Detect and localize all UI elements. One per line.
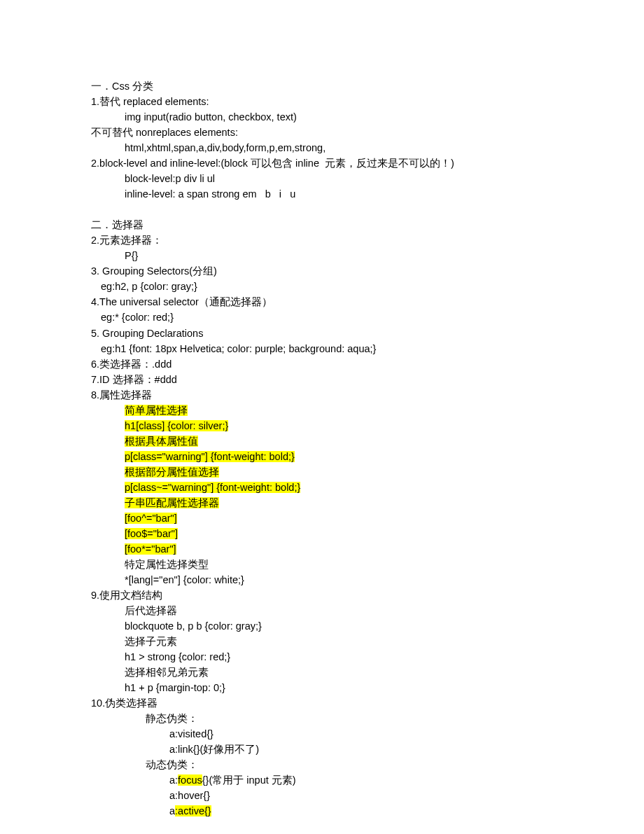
text-run: 6.类选择器：.ddd — [91, 359, 172, 370]
highlighted-text: 子串匹配属性选择器 — [125, 497, 219, 508]
text-line: eg:* {color: red;} — [91, 310, 560, 325]
document-page: 一．Css 分类1.替代 replaced elements:img input… — [0, 0, 644, 834]
text-line: eg:h2, p {color: gray;} — [91, 279, 560, 294]
text-run: eg:h1 {font: 18px Helvetica; color: purp… — [101, 343, 376, 354]
highlighted-text: [foo$="bar"] — [125, 528, 178, 539]
text-run: 4.The universal selector（通配选择器） — [91, 296, 272, 307]
text-line: 8.属性选择器 — [91, 387, 560, 403]
text-run: inline-level: a span strong em b i u — [125, 188, 295, 200]
highlighted-text: :active{} — [175, 805, 211, 816]
text-line: 7.ID 选择器：#ddd — [91, 372, 560, 387]
text-line: [foo*="bar"] — [91, 541, 560, 557]
text-line: 选择子元素 — [91, 634, 560, 649]
text-line: 6.类选择器：.ddd — [91, 356, 560, 372]
text-run: 一．Css 分类 — [91, 81, 153, 92]
text-run: 3. Grouping Selectors(分组) — [91, 265, 217, 277]
text-line: img input(radio button, checkbox, text) — [91, 109, 560, 125]
text-line: 后代选择器 — [91, 603, 560, 618]
text-run: 特定属性选择类型 — [125, 559, 209, 570]
highlighted-text: 根据具体属性值 — [125, 436, 198, 447]
highlighted-text: h1[class] {color: silver;} — [125, 420, 228, 431]
text-line: h1[class] {color: silver;} — [91, 418, 560, 433]
text-run: 5. Grouping Declarations — [91, 328, 203, 339]
document-content: 一．Css 分类1.替代 replaced elements:img input… — [91, 78, 560, 819]
highlighted-text: focus — [178, 774, 202, 786]
text-run: 10.伪类选择器 — [91, 697, 158, 709]
highlighted-text: [foo*="bar"] — [125, 543, 176, 555]
text-run: a:link{}(好像用不了) — [169, 744, 259, 755]
text-line — [91, 202, 560, 217]
text-run: 1.替代 replaced elements: — [91, 96, 209, 107]
highlighted-text: 根据部分属性值选择 — [125, 466, 219, 478]
highlighted-text: [foo^="bar"] — [125, 513, 177, 524]
text-line: 9.使用文档结构 — [91, 588, 560, 603]
text-line: p[class="warning"] {font-weight: bold;} — [91, 449, 560, 464]
text-run: a: — [169, 774, 178, 786]
text-line: P{} — [91, 248, 560, 263]
text-run: html,xhtml,span,a,div,body,form,p,em,str… — [125, 142, 326, 153]
text-run: 静态伪类： — [146, 713, 198, 724]
text-line: a:hover{} — [91, 788, 560, 803]
text-run — [91, 204, 94, 215]
text-run: 选择子元素 — [125, 636, 177, 647]
text-run: h1 > strong {color: red;} — [125, 651, 230, 662]
text-line: 2.block-level and inline-level:(block 可以… — [91, 155, 560, 171]
text-line: 特定属性选择类型 — [91, 557, 560, 572]
text-run: 2.元素选择器： — [91, 235, 162, 246]
text-line: eg:h1 {font: 18px Helvetica; color: purp… — [91, 341, 560, 356]
text-line: [foo^="bar"] — [91, 510, 560, 526]
text-run: h1 + p {margin-top: 0;} — [125, 682, 225, 693]
text-run: a:hover{} — [169, 790, 210, 801]
text-line: h1 > strong {color: red;} — [91, 649, 560, 665]
text-line: block-level:p div li ul — [91, 171, 560, 186]
text-line: 子串匹配属性选择器 — [91, 495, 560, 510]
text-line: 根据部分属性值选择 — [91, 464, 560, 480]
text-line: blockquote b, p b {color: gray;} — [91, 618, 560, 634]
text-line: 2.元素选择器： — [91, 232, 560, 248]
text-line: 二．选择器 — [91, 217, 560, 232]
text-run: 8.属性选择器 — [91, 389, 152, 401]
text-line: 一．Css 分类 — [91, 78, 560, 94]
text-line: a:link{}(好像用不了) — [91, 742, 560, 757]
text-run: 选择相邻兄弟元素 — [125, 667, 209, 678]
text-line: 5. Grouping Declarations — [91, 326, 560, 341]
highlighted-text: p[class="warning"] {font-weight: bold;} — [125, 451, 295, 462]
text-line: 4.The universal selector（通配选择器） — [91, 294, 560, 310]
highlighted-text: p[class~="warning"] {font-weight: bold;} — [125, 482, 300, 493]
text-line: inline-level: a span strong em b i u — [91, 186, 560, 202]
text-run: 后代选择器 — [125, 605, 177, 616]
text-line: 简单属性选择 — [91, 403, 560, 418]
text-line: 10.伪类选择器 — [91, 695, 560, 711]
text-run: a — [169, 805, 175, 816]
text-run: img input(radio button, checkbox, text) — [125, 111, 297, 123]
text-line: 根据具体属性值 — [91, 433, 560, 449]
text-run: P{} — [125, 250, 138, 261]
text-line: 3. Grouping Selectors(分组) — [91, 263, 560, 279]
highlighted-text: 简单属性选择 — [125, 405, 188, 416]
text-run: eg:* {color: red;} — [101, 312, 174, 323]
text-line: 静态伪类： — [91, 711, 560, 726]
text-run: 2.block-level and inline-level:(block 可以… — [91, 158, 454, 169]
text-run: *[lang|="en"] {color: white;} — [125, 574, 244, 585]
text-run: 9.使用文档结构 — [91, 590, 162, 601]
text-run: a:visited{} — [169, 728, 214, 739]
text-line: 不可替代 nonreplaces elements: — [91, 125, 560, 140]
text-line: p[class~="warning"] {font-weight: bold;} — [91, 480, 560, 495]
text-run: 不可替代 nonreplaces elements: — [91, 127, 238, 138]
text-run: 二．选择器 — [91, 219, 144, 230]
text-line: h1 + p {margin-top: 0;} — [91, 680, 560, 695]
text-line: [foo$="bar"] — [91, 526, 560, 541]
text-line: 动态伪类： — [91, 757, 560, 772]
text-line: a:focus{}(常用于 input 元素) — [91, 772, 560, 788]
text-run: 动态伪类： — [146, 759, 198, 770]
text-line: 1.替代 replaced elements: — [91, 94, 560, 109]
text-run: blockquote b, p b {color: gray;} — [125, 620, 262, 632]
text-line: *[lang|="en"] {color: white;} — [91, 572, 560, 588]
text-line: a:active{} — [91, 803, 560, 819]
text-line: 选择相邻兄弟元素 — [91, 665, 560, 680]
text-run: eg:h2, p {color: gray;} — [101, 281, 197, 292]
text-run: {}(常用于 input 元素) — [202, 774, 296, 786]
text-run: block-level:p div li ul — [125, 173, 215, 184]
text-line: a:visited{} — [91, 726, 560, 742]
text-line: html,xhtml,span,a,div,body,form,p,em,str… — [91, 140, 560, 155]
